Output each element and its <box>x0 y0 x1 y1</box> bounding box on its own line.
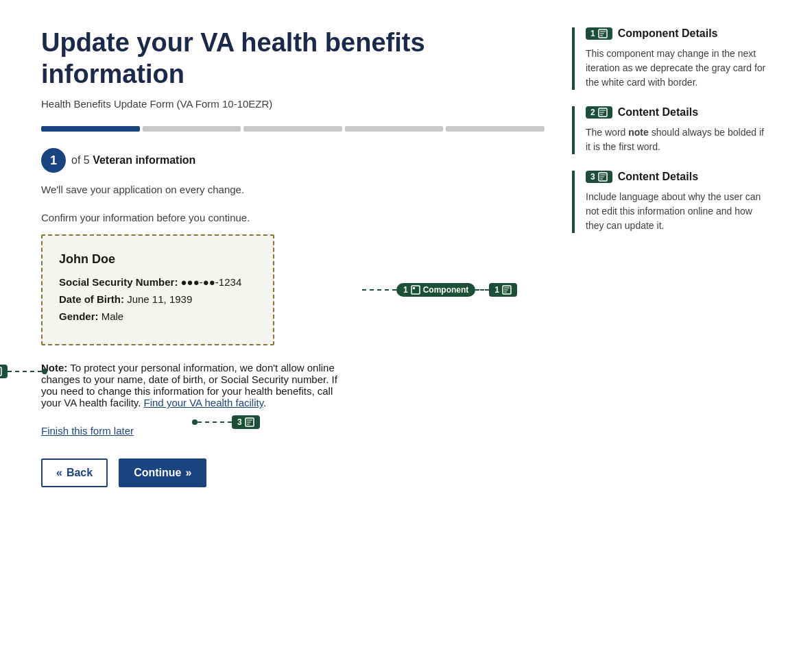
annotation-icon-1b <box>502 285 512 295</box>
panel-badge-3-number: 3 <box>590 172 595 182</box>
finish-later-link[interactable]: Finish this form later <box>41 425 545 437</box>
panel-badge-2: 2 <box>586 106 612 119</box>
panel-title-2: Content Details <box>618 106 698 119</box>
sidebar-panel-1-header: 1 Component Details <box>586 27 771 40</box>
sidebar-panel-3-header: 3 Content Details <box>586 171 771 183</box>
progress-bar <box>41 126 545 132</box>
veteran-name: John Doe <box>59 252 256 267</box>
sidebar: 1 Component Details This component may c… <box>572 27 771 487</box>
step-number: 1 <box>41 148 66 173</box>
component-icon <box>411 285 420 295</box>
svg-rect-1 <box>413 287 415 289</box>
progress-segment-1 <box>41 126 140 132</box>
annotation-chip-1: 1 Component 1 <box>362 283 517 297</box>
panel-badge-1: 1 <box>586 27 612 40</box>
panel-badge-1-number: 1 <box>590 29 595 38</box>
panel-title-1: Component Details <box>618 27 718 40</box>
step-indicator: 1 of 5 Veteran information <box>41 148 545 173</box>
svg-rect-0 <box>411 286 420 294</box>
page-title: Update your VA health benefits informati… <box>41 27 545 90</box>
panel-title-3: Content Details <box>618 171 698 183</box>
progress-segment-4 <box>345 126 444 132</box>
sidebar-panel-2: 2 Content Details The word note should a… <box>572 106 771 154</box>
annotation-icon-2 <box>0 367 2 376</box>
component-chip: 1 Component <box>396 283 475 297</box>
confirm-text: Confirm your information before you cont… <box>41 212 545 223</box>
note-body: Note: To protect your personal informati… <box>41 362 343 408</box>
annotation-icon-3 <box>245 417 254 427</box>
progress-segment-5 <box>446 126 545 132</box>
panel-body-2: The word note should always be bolded if… <box>586 125 771 154</box>
autosave-note: We'll save your application on every cha… <box>41 184 545 195</box>
annotation-badge-2: 2 <box>0 365 8 378</box>
sidebar-panel-1: 1 Component Details This component may c… <box>572 27 771 90</box>
panel-icon-1 <box>598 29 608 38</box>
progress-segment-2 <box>143 126 241 132</box>
continue-button[interactable]: Continue » <box>119 458 206 487</box>
continue-arrow-icon: » <box>185 467 191 479</box>
step-label: Veteran information <box>93 154 195 166</box>
sidebar-panel-3: 3 Content Details Include language about… <box>572 171 771 233</box>
panel-body-1: This component may change in the next it… <box>586 47 771 90</box>
panel-body-3: Include language about why the user can … <box>586 190 771 233</box>
back-button[interactable]: « Back <box>41 458 108 487</box>
panel-icon-2 <box>598 108 608 117</box>
annotation-badge-1b: 1 <box>489 283 517 297</box>
panel-icon-3 <box>598 172 608 182</box>
note-section: 2 Note: To protect your personal informa… <box>41 362 545 408</box>
sidebar-panel-2-header: 2 Content Details <box>586 106 771 119</box>
veteran-info-card: John Doe Social Security Number: ●●●-●●-… <box>41 234 274 345</box>
find-facility-link[interactable]: Find your VA health facility <box>144 397 264 408</box>
gender-field: Gender: Male <box>59 310 256 322</box>
step-text: of 5 Veteran information <box>71 154 195 167</box>
panel-badge-2-number: 2 <box>590 108 595 117</box>
annotation-chip-2: 2 <box>0 365 47 378</box>
button-row: « Back Continue » <box>41 458 545 487</box>
svg-rect-3 <box>0 367 1 376</box>
dob-field: Date of Birth: June 11, 1939 <box>59 293 256 305</box>
annotation-chip-3: 3 <box>192 415 260 429</box>
form-subtitle: Health Benefits Update Form (VA Form 10-… <box>41 98 545 110</box>
annotation-badge-3: 3 <box>232 415 260 429</box>
back-arrow-icon: « <box>56 467 62 479</box>
progress-segment-3 <box>243 126 342 132</box>
panel-badge-3: 3 <box>586 171 612 183</box>
ssn-field: Social Security Number: ●●●-●●-1234 <box>59 276 256 288</box>
